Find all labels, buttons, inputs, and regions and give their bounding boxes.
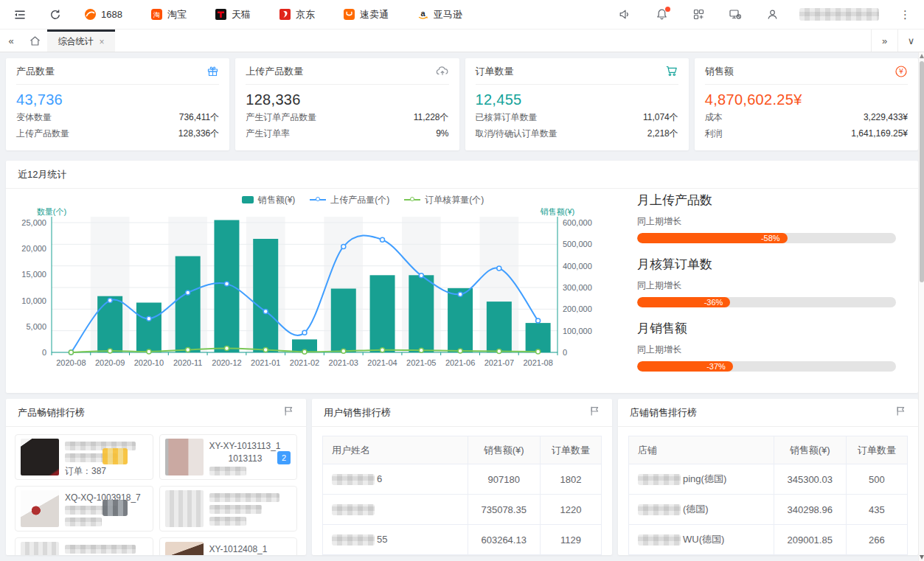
more-menu-button[interactable]: ⋮ [897,9,914,20]
order-count: 1129 [540,525,601,555]
sales-amount: 199265.69 [774,555,846,556]
tabs-collapse-right-button[interactable]: » [871,29,897,52]
platform-tabs: 1688淘淘宝天猫京东速卖通a亚马逊 [84,0,490,29]
product-order-count: 订单：387 [65,465,147,475]
sound-icon[interactable] [615,5,634,24]
yen-icon: ¥ [895,65,908,78]
growth-label: 同上期增长 [637,215,896,228]
bell-icon[interactable] [652,5,671,24]
redacted-text [209,517,246,526]
refresh-icon[interactable] [46,5,65,24]
growth-item-月核算订单数: 月核算订单数同上期增长-36% [637,256,896,307]
svg-text:销售额(¥): 销售额(¥) [540,208,574,216]
menu-fold-icon[interactable] [10,5,29,24]
redacted-name [638,504,681,515]
stat-card-title: 上传产品数量 [246,65,303,78]
svg-text:0: 0 [563,348,567,357]
svg-text:20,000: 20,000 [21,244,46,253]
stat-card-row: 取消/待确认订单数量2,218个 [476,127,678,141]
shop-ranking-title: 店铺销售排行榜 [630,406,697,419]
shop-row[interactable]: ping(德国)345300.03500 [629,464,908,495]
platform-tab-label: 速卖通 [360,8,389,21]
legend-item-订单核算量(个)[interactable]: 订单核算量(个) [404,194,484,206]
scroll-up-arrow-icon[interactable] [920,54,924,58]
product-card-redacted-3[interactable] [159,486,298,532]
platform-tab-1688[interactable]: 1688 [84,0,122,29]
cart-icon [665,65,678,77]
user-icon[interactable] [763,5,782,24]
platform-tab-亚马逊[interactable]: a亚马逊 [417,0,462,29]
column-header: 销售额(¥) [774,436,846,464]
user-row[interactable]: 55603264.131129 [323,525,602,555]
toolbar-right: ⋮ [615,5,914,24]
redacted-text [209,467,246,475]
platform-tab-label: 天猫 [232,8,251,21]
redacted-text [209,493,280,502]
legend-line-swatch [404,199,420,201]
shop-row[interactable]: n(日本)199265.69840 [629,555,908,556]
product-card-XY-XY-1013113_1[interactable]: XY-XY-1013113_110131132 [159,434,298,480]
product-card-XQ-XQ-1003918_7[interactable]: XQ-XQ-1003918_7 [15,486,153,532]
user-row[interactable]: 66515658.91394 [323,555,602,556]
svg-text:10,000: 10,000 [21,296,46,305]
taobao-icon: 淘 [150,8,163,21]
monthly-chart: 销售额(¥)上传产品量(个)订单核算量(个) 05,00010,00015,00… [6,189,609,392]
flag-icon [283,405,294,419]
sales-amount: 209001.85 [774,525,846,555]
platform-tab-京东[interactable]: 京东 [279,0,315,29]
chart-panel: 近12月统计 销售额(¥)上传产品量(个)订单核算量(个) 05,00010,0… [6,161,918,393]
user-row[interactable]: 69071801802 [323,464,602,495]
sales-amount: 907180 [468,464,540,495]
tabs-collapse-left-button[interactable]: « [0,29,22,52]
home-icon[interactable] [22,29,47,52]
username-redacted[interactable] [799,8,879,21]
growth-title: 月核算订单数 [637,256,896,273]
growth-label: 同上期增长 [637,344,896,356]
platform-tab-速卖通[interactable]: 速卖通 [343,0,389,29]
chart-panel-title: 近12月统计 [18,168,66,181]
user-row[interactable]: 735078.351220 [323,495,602,525]
svg-text:2020-08: 2020-08 [56,358,86,367]
product-card-redacted-4[interactable] [15,537,153,555]
product-card-grid: 订单：387XY-XY-1013113_110131132XQ-XQ-10039… [6,427,306,555]
stat-card-row: 产生订单率9% [246,127,448,141]
growth-progress-track: -36% [637,297,896,307]
product-card-XY-1012408_1[interactable]: XY-1012408_1 [159,537,298,555]
redacted-badge [103,448,128,464]
alibaba-icon [84,8,97,21]
flag-icon [589,405,600,419]
user-ranking-title: 用户销售排行榜 [324,406,391,419]
svg-text:600,000: 600,000 [563,218,592,227]
stat-card-title: 产品数量 [16,65,55,78]
product-card-redacted-0[interactable]: 订单：387 [15,434,153,480]
tabs-dropdown-button[interactable]: ∨ [897,29,924,52]
platform-tab-天猫[interactable]: 天猫 [215,0,251,29]
scroll-down-arrow-icon[interactable] [920,555,924,560]
chart-svg-container: 05,00010,00015,00020,00025,0000100,00020… [6,208,609,389]
growth-label: 同上期增长 [637,279,896,292]
column-header: 订单数量 [846,436,907,464]
platform-tab-淘宝[interactable]: 淘淘宝 [150,0,187,29]
apps-icon[interactable] [689,5,708,24]
page-scrollbar[interactable] [918,52,924,561]
svg-text:500,000: 500,000 [563,240,592,248]
stat-card-value: 12,455 [476,91,678,108]
column-header: 销售额(¥) [468,436,540,464]
svg-text:0: 0 [42,348,46,357]
growth-item-月上传产品数: 月上传产品数同上期增长-58% [637,192,896,243]
scrollbar-thumb[interactable] [920,61,924,282]
legend-item-销售额(¥)[interactable]: 销售额(¥) [242,194,296,206]
order-count: 435 [846,495,907,525]
redacted-text [65,545,136,554]
redacted-name [638,474,681,485]
redacted-name [332,504,375,515]
svg-text:2020-10: 2020-10 [134,358,164,367]
legend-item-上传产品量(个)[interactable]: 上传产品量(个) [310,194,389,206]
tab-close-icon[interactable]: × [99,37,104,47]
device-icon[interactable] [726,5,745,24]
shop-row[interactable]: WU(德国)209001.85266 [629,525,908,555]
tab-comprehensive-statistics[interactable]: 综合统计 × [47,29,115,52]
shop-ranking-panel: 店铺销售排行榜 店铺销售额(¥)订单数量ping(德国)345300.03500… [618,399,918,555]
growth-panel: 月上传产品数同上期增长-58%月核算订单数同上期增长-36%月销售额同上期增长-… [609,189,918,392]
shop-row[interactable]: (德国)340298.96435 [629,495,908,525]
